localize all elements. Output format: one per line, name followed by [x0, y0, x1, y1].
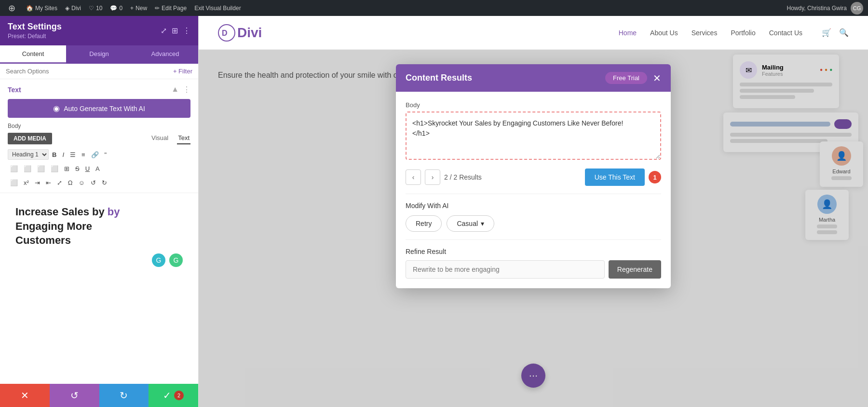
- strikethrough-button[interactable]: S: [73, 164, 82, 174]
- nav-about[interactable]: About Us: [650, 29, 678, 37]
- bold-button[interactable]: B: [50, 150, 59, 160]
- modal-divider-2: [406, 239, 661, 240]
- admin-edit-page[interactable]: ✏ Edit Page: [155, 5, 187, 12]
- dropdown-arrow-icon: ▾: [481, 220, 484, 227]
- regenerate-button[interactable]: Regenerate: [609, 260, 661, 279]
- body-label: Body: [8, 123, 190, 129]
- notification-badge: 1: [649, 171, 661, 183]
- grid-icon[interactable]: ⊞: [172, 26, 178, 35]
- cart-icon[interactable]: 🛒: [822, 28, 831, 37]
- nav-home[interactable]: Home: [619, 29, 637, 37]
- editor-toolbar-row2: ⬜ ⬜ ⬜ ⬜ ⊞ S U A: [8, 162, 190, 176]
- editor-toolbar-row3: ⬜ x² ⇥ ⇤ ⤢ Ω ☺ ↺ ↻: [8, 176, 190, 190]
- modify-buttons: Retry Casual ▾: [406, 215, 661, 232]
- indent-button[interactable]: ⇥: [32, 178, 42, 188]
- grammarly-icon[interactable]: G: [152, 253, 165, 267]
- cancel-button[interactable]: ✕: [0, 384, 50, 407]
- more-icon[interactable]: ⋮: [183, 26, 190, 35]
- result-count: 2 / 2 Results: [444, 173, 482, 181]
- paste-button[interactable]: ⬜: [8, 178, 20, 188]
- grammar-check-icon[interactable]: G: [169, 253, 183, 267]
- use-this-text-button[interactable]: Use This Text: [585, 168, 645, 186]
- free-trial-badge[interactable]: Free Trial: [605, 72, 647, 84]
- undo-button[interactable]: ↺: [50, 384, 99, 407]
- nav-services[interactable]: Services: [692, 29, 718, 37]
- home-icon: 🏠: [26, 5, 33, 12]
- modify-label: Modify With AI: [406, 202, 661, 210]
- result-body-label: Body: [406, 101, 661, 109]
- expand-icon[interactable]: ⤢: [161, 26, 167, 35]
- align-center-button[interactable]: ⬜: [21, 164, 34, 174]
- nav-portfolio[interactable]: Portfolio: [731, 29, 755, 37]
- unordered-list-button[interactable]: ☰: [68, 150, 78, 160]
- admin-divi[interactable]: ◈ Divi: [65, 5, 81, 12]
- page-content: Ensure the health and protection of your…: [199, 50, 868, 407]
- redo-toolbar-button[interactable]: ↻: [99, 178, 109, 188]
- retry-button[interactable]: Retry: [406, 215, 442, 232]
- align-right-button[interactable]: ⬜: [35, 164, 47, 174]
- align-justify-button[interactable]: ⬜: [48, 164, 61, 174]
- superscript-button[interactable]: x²: [21, 178, 31, 188]
- prev-result-button[interactable]: ‹: [406, 169, 421, 185]
- admin-bar: ⊕ 🏠 My Sites ◈ Divi ♡ 10 💬 0 + New ✏ Edi…: [0, 0, 868, 16]
- result-textarea[interactable]: <h1>Skyrocket Your Sales by Engaging Cus…: [406, 112, 661, 160]
- search-bar: + Filter: [0, 64, 198, 79]
- heading-select[interactable]: Heading 1: [8, 149, 49, 160]
- admin-my-sites[interactable]: 🏠 My Sites: [26, 5, 57, 12]
- add-media-button[interactable]: ADD MEDIA: [8, 133, 52, 144]
- refine-label: Refine Result: [406, 248, 661, 255]
- special-char-button[interactable]: Ω: [66, 178, 75, 188]
- fullscreen-button[interactable]: ⤢: [54, 178, 65, 188]
- plus-icon: +: [130, 5, 134, 12]
- admin-likes[interactable]: ♡ 10: [89, 5, 102, 12]
- emoji-button[interactable]: ☺: [76, 178, 87, 188]
- outdent-button[interactable]: ⇤: [43, 178, 54, 188]
- admin-user-info: Howdy, Christina Gwira CG: [787, 2, 863, 14]
- admin-comments[interactable]: 💬 0: [110, 5, 122, 12]
- tab-design[interactable]: Design: [66, 45, 132, 64]
- underline-button[interactable]: U: [83, 164, 92, 174]
- save-count-badge: 2: [174, 391, 184, 400]
- table-button[interactable]: ⊞: [62, 164, 72, 174]
- quote-button[interactable]: ": [102, 150, 109, 160]
- casual-dropdown-button[interactable]: Casual ▾: [447, 215, 494, 232]
- nav-contact[interactable]: Contact Us: [769, 29, 802, 37]
- checkmark-icon: ✓: [163, 390, 171, 401]
- admin-exit-vb[interactable]: Exit Visual Builder: [194, 5, 241, 12]
- search-nav-icon[interactable]: 🔍: [839, 28, 849, 37]
- x-icon: ✕: [21, 390, 29, 401]
- modal-close-button[interactable]: ✕: [653, 73, 661, 83]
- next-result-button[interactable]: ›: [425, 169, 440, 185]
- tab-advanced[interactable]: Advanced: [132, 45, 198, 64]
- section-more-icon[interactable]: ⋮: [183, 85, 190, 94]
- site-nav: D Divi Home About Us Services Portfolio …: [199, 16, 868, 50]
- visual-tab[interactable]: Visual: [150, 132, 169, 144]
- tab-content[interactable]: Content: [0, 45, 66, 64]
- divi-icon: ◈: [65, 5, 69, 12]
- italic-button[interactable]: I: [60, 150, 67, 160]
- preview-text: Increase Sales by by Engaging More Custo…: [8, 199, 190, 253]
- filter-button[interactable]: + Filter: [173, 68, 192, 75]
- redo-button[interactable]: ↻: [99, 384, 149, 407]
- edit-icon: ✏: [155, 5, 160, 12]
- search-input[interactable]: [6, 68, 169, 75]
- link-button[interactable]: 🔗: [89, 150, 101, 160]
- admin-new[interactable]: + New: [130, 5, 147, 12]
- content-results-modal: Content Results Free Trial ✕ Body <h1>Sk…: [396, 64, 671, 288]
- color-button[interactable]: A: [93, 164, 102, 174]
- wp-icon[interactable]: ⊕: [5, 1, 18, 15]
- chevron-up-icon[interactable]: ▲: [171, 85, 179, 94]
- align-left-button[interactable]: ⬜: [8, 164, 20, 174]
- sidebar-preset: Preset: Default: [8, 33, 62, 40]
- text-tab[interactable]: Text: [177, 132, 190, 144]
- ordered-list-button[interactable]: ≡: [79, 150, 88, 160]
- refine-row: Regenerate: [406, 260, 661, 279]
- modal-title: Content Results: [406, 73, 472, 83]
- comment-icon: 💬: [110, 5, 117, 12]
- user-avatar[interactable]: CG: [851, 2, 863, 14]
- refine-input[interactable]: [406, 260, 605, 279]
- save-button[interactable]: ✓ 2: [149, 384, 198, 407]
- svg-text:D: D: [222, 29, 228, 37]
- undo-toolbar-button[interactable]: ↺: [88, 178, 98, 188]
- ai-generate-button[interactable]: ◉ Auto Generate Text With AI: [8, 99, 190, 118]
